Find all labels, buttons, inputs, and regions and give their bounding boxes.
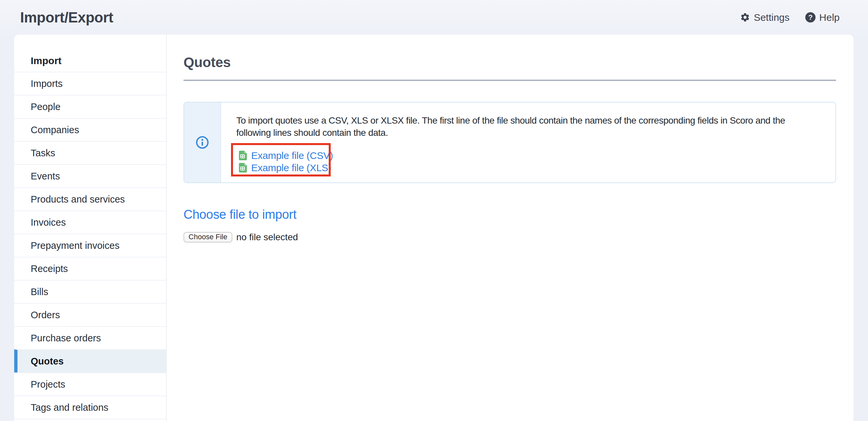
help-button[interactable]: ? Help — [805, 12, 840, 23]
file-input-row: Choose File no file selected — [184, 232, 836, 243]
file-input-status: no file selected — [236, 232, 298, 243]
sidebar-item-label: Tasks — [31, 148, 55, 159]
spreadsheet-file-icon — [239, 163, 247, 172]
sidebar-item-label: Purchase orders — [31, 333, 101, 344]
sidebar-item-quotes[interactable]: Quotes — [14, 349, 166, 372]
sidebar-item-label: Quotes — [31, 356, 64, 367]
settings-label: Settings — [754, 12, 789, 23]
sidebar-item-orders[interactable]: Orders — [14, 303, 166, 326]
info-body: To import quotes use a CSV, XLS or XLSX … — [221, 103, 835, 183]
question-mark-icon: ? — [805, 12, 815, 23]
main-panel: Import ImportsPeopleCompaniesTasksEvents… — [14, 35, 854, 421]
help-label: Help — [819, 12, 840, 23]
spreadsheet-file-icon — [239, 151, 247, 160]
sidebar-item-label: Orders — [31, 310, 60, 320]
sidebar-item-label: Projects — [31, 379, 65, 390]
sidebar-item-bills[interactable]: Bills — [14, 280, 166, 303]
sidebar-list: ImportsPeopleCompaniesTasksEventsProduct… — [14, 72, 166, 419]
sidebar-item-imports[interactable]: Imports — [14, 72, 166, 95]
example-file-xls-link[interactable]: Example file (XLS) — [239, 162, 815, 174]
example-file-xls-label: Example file (XLS) — [251, 162, 331, 173]
sidebar-item-tasks[interactable]: Tasks — [14, 141, 166, 164]
topbar-actions: Settings ? Help — [740, 12, 840, 23]
info-circle-icon — [195, 136, 209, 149]
sidebar-item-receipts[interactable]: Receipts — [14, 257, 166, 280]
info-strip — [184, 103, 221, 183]
choose-file-to-import-link[interactable]: Choose file to import — [184, 207, 297, 222]
example-file-csv-label: Example file (CSV) — [251, 150, 333, 161]
settings-button[interactable]: Settings — [740, 12, 789, 23]
sidebar-item-partial — [14, 419, 166, 421]
sidebar-item-label: Tags and relations — [31, 402, 108, 413]
section-divider — [184, 80, 836, 81]
sidebar-item-label: Companies — [31, 124, 79, 136]
sidebar-item-label: People — [31, 102, 60, 112]
example-file-links: Example file (CSV) Example file (XLS) — [239, 149, 815, 174]
sidebar-item-label: Products and services — [31, 194, 125, 205]
sidebar-item-label: Invoices — [31, 217, 66, 228]
sidebar-item-label: Prepayment invoices — [31, 240, 120, 251]
sidebar-item-invoices[interactable]: Invoices — [14, 210, 166, 234]
sidebar-item-label: Imports — [31, 78, 63, 89]
sidebar-item-label: Events — [31, 171, 60, 182]
gear-icon — [740, 12, 750, 23]
sidebar-item-label: Receipts — [31, 263, 68, 274]
section-heading: Quotes — [184, 54, 836, 71]
sidebar: Import ImportsPeopleCompaniesTasksEvents… — [14, 35, 167, 421]
sidebar-item-people[interactable]: People — [14, 95, 166, 118]
page-title: Import/Export — [20, 9, 113, 26]
sidebar-item-products-and-services[interactable]: Products and services — [14, 187, 166, 210]
sidebar-item-prepayment-invoices[interactable]: Prepayment invoices — [14, 234, 166, 257]
content-area: Quotes To import quotes use a CSV, XLS o… — [167, 35, 854, 421]
sidebar-item-purchase-orders[interactable]: Purchase orders — [14, 326, 166, 349]
sidebar-item-tags-and-relations[interactable]: Tags and relations — [14, 396, 166, 419]
info-paragraph: To import quotes use a CSV, XLS or XLSX … — [236, 114, 815, 139]
sidebar-item-label: Bills — [31, 286, 48, 298]
info-box: To import quotes use a CSV, XLS or XLSX … — [184, 102, 836, 183]
example-file-csv-link[interactable]: Example file (CSV) — [239, 149, 815, 162]
sidebar-section-title: Import — [14, 35, 166, 72]
sidebar-item-events[interactable]: Events — [14, 164, 166, 187]
sidebar-item-projects[interactable]: Projects — [14, 372, 166, 396]
choose-file-button[interactable]: Choose File — [184, 232, 232, 243]
sidebar-item-companies[interactable]: Companies — [14, 118, 166, 141]
topbar: Import/Export Settings ? Help — [0, 0, 868, 35]
